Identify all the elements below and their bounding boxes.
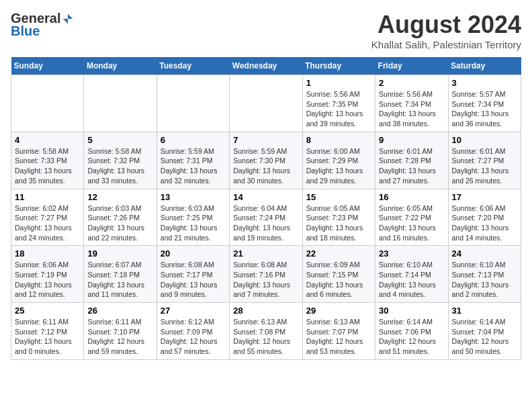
- day-info: Sunrise: 6:00 AM Sunset: 7:29 PM Dayligh…: [306, 146, 371, 186]
- calendar-day-cell: 3Sunrise: 5:57 AM Sunset: 7:34 PM Daylig…: [448, 75, 521, 132]
- calendar-day-cell: 5Sunrise: 5:58 AM Sunset: 7:32 PM Daylig…: [84, 132, 157, 189]
- day-info: Sunrise: 5:58 AM Sunset: 7:32 PM Dayligh…: [87, 146, 152, 186]
- day-number: 30: [379, 306, 444, 316]
- weekday-header-row: SundayMondayTuesdayWednesdayThursdayFrid…: [11, 57, 521, 75]
- calendar-day-cell: [84, 75, 157, 132]
- calendar-day-cell: 27Sunrise: 6:12 AM Sunset: 7:09 PM Dayli…: [157, 303, 229, 360]
- day-number: 28: [233, 306, 298, 316]
- day-info: Sunrise: 5:58 AM Sunset: 7:33 PM Dayligh…: [15, 146, 80, 186]
- weekday-header: Saturday: [448, 57, 521, 75]
- calendar-day-cell: 10Sunrise: 6:01 AM Sunset: 7:27 PM Dayli…: [448, 132, 521, 189]
- day-info: Sunrise: 5:56 AM Sunset: 7:34 PM Dayligh…: [379, 89, 444, 129]
- day-info: Sunrise: 5:56 AM Sunset: 7:35 PM Dayligh…: [306, 89, 371, 129]
- calendar-table: SundayMondayTuesdayWednesdayThursdayFrid…: [11, 57, 521, 360]
- calendar-day-cell: 24Sunrise: 6:10 AM Sunset: 7:13 PM Dayli…: [448, 246, 521, 303]
- day-info: Sunrise: 6:14 AM Sunset: 7:04 PM Dayligh…: [452, 317, 517, 357]
- day-number: 24: [452, 248, 517, 259]
- logo-blue: Blue: [11, 24, 40, 39]
- day-info: Sunrise: 6:06 AM Sunset: 7:20 PM Dayligh…: [452, 203, 517, 243]
- day-number: 22: [306, 248, 371, 259]
- weekday-header: Tuesday: [157, 57, 229, 75]
- day-info: Sunrise: 6:13 AM Sunset: 7:08 PM Dayligh…: [233, 317, 298, 357]
- day-number: 26: [87, 306, 152, 316]
- day-number: 4: [15, 135, 80, 145]
- weekday-header: Sunday: [11, 57, 84, 75]
- calendar-day-cell: 7Sunrise: 5:59 AM Sunset: 7:30 PM Daylig…: [230, 132, 302, 189]
- day-info: Sunrise: 6:06 AM Sunset: 7:19 PM Dayligh…: [15, 260, 80, 300]
- day-number: 23: [379, 248, 444, 259]
- calendar-day-cell: 13Sunrise: 6:03 AM Sunset: 7:25 PM Dayli…: [157, 189, 229, 246]
- calendar-day-cell: 9Sunrise: 6:01 AM Sunset: 7:28 PM Daylig…: [375, 132, 448, 189]
- calendar-week-row: 11Sunrise: 6:02 AM Sunset: 7:27 PM Dayli…: [11, 189, 521, 246]
- day-number: 15: [306, 192, 371, 202]
- day-number: 6: [161, 135, 226, 145]
- weekday-header: Monday: [84, 57, 157, 75]
- day-info: Sunrise: 6:11 AM Sunset: 7:12 PM Dayligh…: [15, 317, 80, 357]
- day-number: 13: [161, 192, 226, 202]
- day-info: Sunrise: 6:14 AM Sunset: 7:06 PM Dayligh…: [379, 317, 444, 357]
- day-info: Sunrise: 6:01 AM Sunset: 7:27 PM Dayligh…: [452, 146, 517, 186]
- title-area: August 2024 Khallat Salih, Palestinian T…: [371, 11, 521, 50]
- calendar-day-cell: 21Sunrise: 6:08 AM Sunset: 7:16 PM Dayli…: [230, 246, 302, 303]
- calendar-day-cell: 20Sunrise: 6:08 AM Sunset: 7:17 PM Dayli…: [157, 246, 229, 303]
- weekday-header: Friday: [375, 57, 448, 75]
- day-info: Sunrise: 6:13 AM Sunset: 7:07 PM Dayligh…: [306, 317, 371, 357]
- calendar-day-cell: 1Sunrise: 5:56 AM Sunset: 7:35 PM Daylig…: [302, 75, 375, 132]
- day-number: 11: [15, 192, 80, 202]
- calendar-day-cell: [11, 75, 84, 132]
- location: Khallat Salih, Palestinian Territory: [371, 39, 521, 50]
- calendar-day-cell: 15Sunrise: 6:05 AM Sunset: 7:23 PM Dayli…: [302, 189, 375, 246]
- calendar-day-cell: 23Sunrise: 6:10 AM Sunset: 7:14 PM Dayli…: [375, 246, 448, 303]
- weekday-header: Thursday: [302, 57, 375, 75]
- logo: General Blue: [11, 11, 74, 39]
- calendar-day-cell: 31Sunrise: 6:14 AM Sunset: 7:04 PM Dayli…: [448, 303, 521, 360]
- calendar-week-row: 1Sunrise: 5:56 AM Sunset: 7:35 PM Daylig…: [11, 75, 521, 132]
- day-info: Sunrise: 5:59 AM Sunset: 7:31 PM Dayligh…: [161, 146, 226, 186]
- calendar-day-cell: 19Sunrise: 6:07 AM Sunset: 7:18 PM Dayli…: [84, 246, 157, 303]
- day-number: 12: [87, 192, 152, 202]
- day-number: 7: [233, 135, 298, 145]
- page-header: General Blue August 2024 Khallat Salih, …: [11, 11, 521, 50]
- day-info: Sunrise: 5:57 AM Sunset: 7:34 PM Dayligh…: [452, 89, 517, 129]
- calendar-day-cell: 25Sunrise: 6:11 AM Sunset: 7:12 PM Dayli…: [11, 303, 84, 360]
- day-info: Sunrise: 6:08 AM Sunset: 7:17 PM Dayligh…: [161, 260, 226, 300]
- day-info: Sunrise: 6:05 AM Sunset: 7:23 PM Dayligh…: [306, 203, 371, 243]
- day-info: Sunrise: 6:01 AM Sunset: 7:28 PM Dayligh…: [379, 146, 444, 186]
- day-info: Sunrise: 5:59 AM Sunset: 7:30 PM Dayligh…: [233, 146, 298, 186]
- day-number: 21: [233, 248, 298, 259]
- day-number: 16: [379, 192, 444, 202]
- day-number: 27: [161, 306, 226, 316]
- calendar-day-cell: 30Sunrise: 6:14 AM Sunset: 7:06 PM Dayli…: [375, 303, 448, 360]
- day-number: 3: [452, 78, 517, 88]
- day-number: 25: [15, 306, 80, 316]
- calendar-day-cell: 6Sunrise: 5:59 AM Sunset: 7:31 PM Daylig…: [157, 132, 229, 189]
- day-number: 9: [379, 135, 444, 145]
- calendar-week-row: 25Sunrise: 6:11 AM Sunset: 7:12 PM Dayli…: [11, 303, 521, 360]
- weekday-header: Wednesday: [230, 57, 302, 75]
- month-title: August 2024: [371, 11, 521, 39]
- calendar-day-cell: 22Sunrise: 6:09 AM Sunset: 7:15 PM Dayli…: [302, 246, 375, 303]
- calendar-day-cell: [230, 75, 302, 132]
- calendar-day-cell: 14Sunrise: 6:04 AM Sunset: 7:24 PM Dayli…: [230, 189, 302, 246]
- day-info: Sunrise: 6:11 AM Sunset: 7:10 PM Dayligh…: [87, 317, 152, 357]
- calendar-day-cell: 29Sunrise: 6:13 AM Sunset: 7:07 PM Dayli…: [302, 303, 375, 360]
- day-number: 20: [161, 248, 226, 259]
- day-info: Sunrise: 6:12 AM Sunset: 7:09 PM Dayligh…: [161, 317, 226, 357]
- day-number: 5: [87, 135, 152, 145]
- day-number: 10: [452, 135, 517, 145]
- day-number: 31: [452, 306, 517, 316]
- day-number: 8: [306, 135, 371, 145]
- calendar-day-cell: 8Sunrise: 6:00 AM Sunset: 7:29 PM Daylig…: [302, 132, 375, 189]
- calendar-day-cell: 17Sunrise: 6:06 AM Sunset: 7:20 PM Dayli…: [448, 189, 521, 246]
- day-info: Sunrise: 6:07 AM Sunset: 7:18 PM Dayligh…: [87, 260, 152, 300]
- calendar-day-cell: 11Sunrise: 6:02 AM Sunset: 7:27 PM Dayli…: [11, 189, 84, 246]
- day-number: 19: [87, 248, 152, 259]
- day-number: 29: [306, 306, 371, 316]
- day-number: 2: [379, 78, 444, 88]
- day-info: Sunrise: 6:04 AM Sunset: 7:24 PM Dayligh…: [233, 203, 298, 243]
- day-number: 1: [306, 78, 371, 88]
- day-info: Sunrise: 6:10 AM Sunset: 7:14 PM Dayligh…: [379, 260, 444, 300]
- day-info: Sunrise: 6:09 AM Sunset: 7:15 PM Dayligh…: [306, 260, 371, 300]
- day-info: Sunrise: 6:02 AM Sunset: 7:27 PM Dayligh…: [15, 203, 80, 243]
- day-number: 17: [452, 192, 517, 202]
